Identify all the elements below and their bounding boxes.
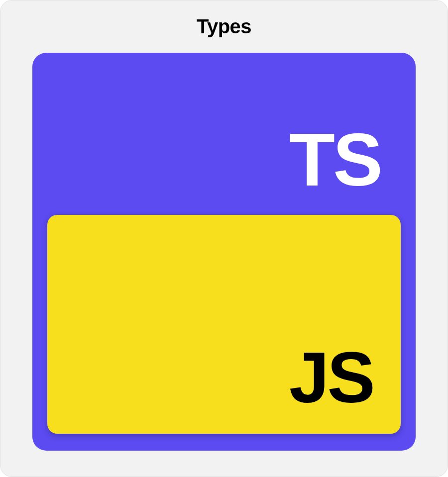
typescript-box: TS JS (32, 53, 416, 451)
javascript-box: JS (47, 215, 401, 434)
diagram-frame: Types TS JS (0, 0, 448, 477)
javascript-label: JS (289, 342, 373, 414)
typescript-label: TS (289, 122, 381, 197)
diagram-title: Types (197, 15, 251, 38)
